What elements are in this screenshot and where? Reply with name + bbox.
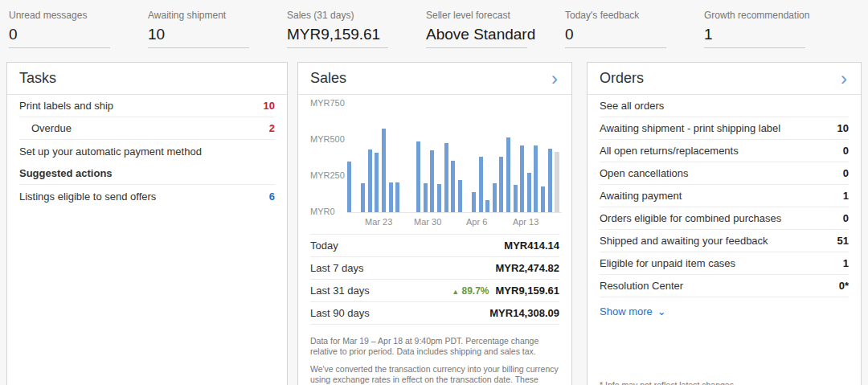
order-row-label: See all orders <box>600 98 664 113</box>
chart-bar-slot <box>465 103 472 212</box>
order-row[interactable]: Open cancellations0 <box>600 162 849 185</box>
panels-row: Tasks Print labels and ship10Overdue2Set… <box>6 62 862 385</box>
sales-summary-label: Last 7 days <box>310 262 364 274</box>
chart-bar[interactable] <box>548 149 552 212</box>
chart-bar[interactable] <box>444 143 448 212</box>
chart-bar[interactable] <box>458 180 462 212</box>
chart-bar-slot <box>479 103 486 212</box>
summary-stat[interactable]: Awaiting shipment10 <box>148 10 287 48</box>
task-row[interactable]: Overdue2 <box>19 117 275 140</box>
order-row-label: Open cancellations <box>600 166 689 181</box>
sales-summary-row[interactable]: TodayMYR414.14 <box>310 235 559 257</box>
order-row[interactable]: Awaiting shipment - print shipping label… <box>600 117 849 140</box>
chart-bar[interactable] <box>347 162 351 212</box>
chart-bar[interactable] <box>514 185 518 212</box>
order-row-label: Shipped and awaiting your feedback <box>600 233 768 248</box>
y-tick-label: MYR750 <box>310 98 345 108</box>
sales-chart: MYR750MYR500MYR250MYR0 Mar 23Mar 30Apr 6… <box>298 95 571 229</box>
order-row-count: 10 <box>837 122 849 134</box>
task-row[interactable]: Listings eligible to send offers6 <box>19 185 275 207</box>
order-row-label: Awaiting shipment - print shipping label <box>600 121 780 136</box>
summary-stat[interactable]: Unread messages0 <box>9 10 148 48</box>
chart-plot-area <box>347 103 562 213</box>
chevron-right-icon[interactable]: › <box>550 72 559 86</box>
chart-bar-slot <box>451 103 458 212</box>
chevron-right-icon[interactable]: › <box>839 72 849 86</box>
summary-stat[interactable]: Seller level forecastAbove Standard <box>426 10 565 48</box>
order-row-count: 1 <box>843 257 849 269</box>
task-row-label: Print labels and ship <box>19 98 113 113</box>
chart-bar[interactable] <box>437 184 441 212</box>
order-row[interactable]: See all orders <box>600 95 849 117</box>
percent-change: ▲ 89.7% <box>452 285 489 297</box>
chart-bar[interactable] <box>382 129 386 212</box>
chart-bar[interactable] <box>368 149 372 212</box>
order-row-count: 0* <box>839 280 849 292</box>
chart-bar[interactable] <box>361 183 365 212</box>
order-row[interactable]: Awaiting payment1 <box>600 185 849 207</box>
chart-bar-slot <box>416 103 424 212</box>
chart-bar-slot <box>444 103 452 212</box>
chart-bar[interactable] <box>499 157 503 212</box>
order-row[interactable]: Orders eligible for combined purchases0 <box>600 207 849 230</box>
y-tick-label: MYR250 <box>310 170 345 180</box>
tasks-panel: Tasks Print labels and ship10Overdue2Set… <box>6 62 288 385</box>
seller-hub-overview: Unread messages0Awaiting shipment10Sales… <box>0 0 868 385</box>
show-more-link[interactable]: Show more⌄ <box>588 297 861 326</box>
order-row[interactable]: Eligible for unpaid item cases1 <box>600 252 849 275</box>
chart-bar[interactable] <box>527 173 531 212</box>
task-row[interactable]: Suggested actions <box>19 162 275 185</box>
task-row[interactable]: Set up your automatic payment method <box>19 140 275 162</box>
order-row[interactable]: All open returns/replacements0 <box>600 140 849 162</box>
x-tick-label: Mar 23 <box>365 217 392 227</box>
sales-summary-row[interactable]: Last 90 daysMYR14,308.09 <box>310 302 559 325</box>
chart-bar[interactable] <box>520 145 524 212</box>
summary-stat[interactable]: Sales (31 days)MYR9,159.61 <box>287 10 426 48</box>
order-row-count: 0 <box>843 212 849 224</box>
sales-summary-right: MYR414.14 <box>504 240 559 252</box>
chart-bar-slot <box>382 103 389 212</box>
chart-bar-slot <box>506 103 514 212</box>
chart-bar-slot <box>361 103 368 212</box>
tasks-panel-header: Tasks <box>7 63 287 95</box>
order-row-label: Resolution Center <box>600 278 683 293</box>
order-row-label: Eligible for unpaid item cases <box>600 256 735 271</box>
order-row-label: All open returns/replacements <box>600 143 739 158</box>
task-row[interactable]: Print labels and ship10 <box>19 95 275 117</box>
sales-summary-row[interactable]: Last 31 days▲ 89.7%MYR9,159.61 <box>310 280 559 302</box>
order-row[interactable]: Shipped and awaiting your feedback51 <box>600 230 849 252</box>
chart-bar[interactable] <box>472 192 476 212</box>
stat-label: Seller level forecast <box>426 10 565 21</box>
chart-bar[interactable] <box>430 150 434 212</box>
task-row-label: Set up your automatic payment method <box>19 144 202 159</box>
chart-bar[interactable] <box>493 183 497 212</box>
chart-bar[interactable] <box>416 141 420 212</box>
summary-stat[interactable]: Today's feedback0 <box>565 10 704 48</box>
chart-bar[interactable] <box>424 183 428 212</box>
order-row[interactable]: Resolution Center0* <box>600 275 849 297</box>
chart-bar-slot <box>493 103 500 212</box>
sales-summary-label: Last 90 days <box>310 307 370 319</box>
chart-bar-slot <box>347 103 354 212</box>
chart-bar[interactable] <box>389 182 393 212</box>
chart-bar[interactable] <box>451 161 455 212</box>
sales-summary-row[interactable]: Last 7 daysMYR2,474.82 <box>310 257 559 280</box>
chart-bar-slot <box>403 103 410 212</box>
chart-bar[interactable] <box>485 200 489 212</box>
sales-panel-header: Sales › <box>298 63 571 95</box>
chart-bar[interactable] <box>555 152 559 212</box>
chart-bar[interactable] <box>375 153 379 212</box>
chart-bar[interactable] <box>479 157 483 212</box>
summary-stat[interactable]: Growth recommendation1 <box>704 10 843 48</box>
stat-value: 10 <box>148 26 249 48</box>
sales-panel-title: Sales <box>310 70 346 87</box>
chart-bar-slot <box>514 103 521 212</box>
stat-value: 1 <box>704 26 805 48</box>
chart-bar-slot <box>520 103 527 212</box>
chart-bar[interactable] <box>534 145 538 212</box>
chart-bar[interactable] <box>541 186 545 212</box>
sales-panel: Sales › MYR750MYR500MYR250MYR0 Mar 23Mar… <box>297 62 572 385</box>
chart-bar[interactable] <box>506 137 510 212</box>
chart-bar[interactable] <box>395 182 399 212</box>
orders-panel-header: Orders › <box>588 63 861 95</box>
